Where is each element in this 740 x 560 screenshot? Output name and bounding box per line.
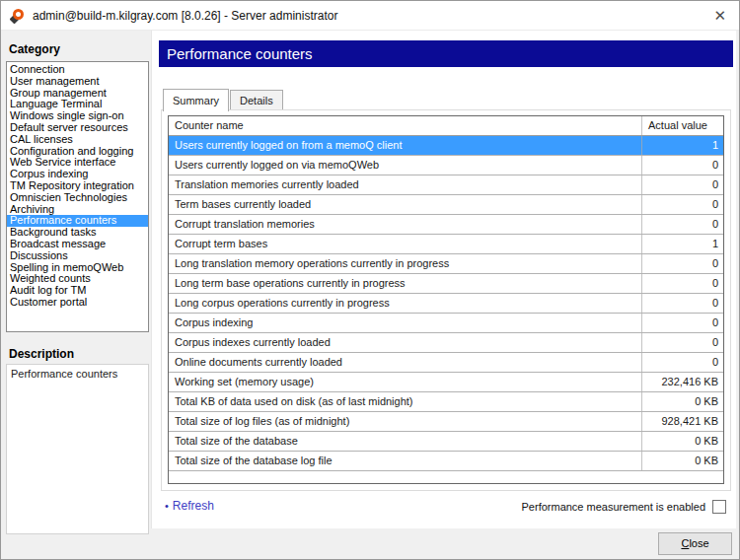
refresh-bullet-icon: • xyxy=(165,500,169,512)
category-item[interactable]: TM Repository integration xyxy=(7,180,148,192)
actual-value-cell: 0 KB xyxy=(641,432,723,451)
category-list[interactable]: ConnectionUser managementGroup managemen… xyxy=(6,61,149,332)
actual-value-cell: 0 KB xyxy=(641,392,723,411)
table-row[interactable]: Total size of the database log file0 KB xyxy=(169,452,723,471)
actual-value-cell: 1 xyxy=(641,136,723,155)
category-label: Category xyxy=(9,42,60,56)
category-item[interactable]: Customer portal xyxy=(7,297,148,309)
actual-value-cell: 0 xyxy=(641,175,723,194)
title-bar: admin@build-m.kilgray.com [8.0.26] - Ser… xyxy=(1,1,739,31)
table-row[interactable]: Corpus indexing0 xyxy=(169,314,723,333)
description-label: Description xyxy=(9,347,74,361)
counter-name-cell: Long corpus operations currently in prog… xyxy=(169,294,641,313)
memoq-icon-ring xyxy=(13,9,24,20)
actual-value-cell: 0 xyxy=(641,254,723,273)
performance-measurement-row: Performance measurement is enabled xyxy=(522,500,726,515)
category-item[interactable]: CAL licenses xyxy=(7,134,148,146)
table-row[interactable]: Total size of log files (as of midnight)… xyxy=(169,412,723,432)
counter-name-cell: Translation memories currently loaded xyxy=(169,175,641,194)
counter-name-cell: Total size of log files (as of midnight) xyxy=(169,412,641,431)
description-box: Performance counters xyxy=(6,364,149,534)
table-row[interactable]: Translation memories currently loaded0 xyxy=(169,175,723,195)
actual-value-cell: 0 xyxy=(641,333,723,352)
counter-name-cell: Long term base operations currently in p… xyxy=(169,274,641,293)
actual-value-cell: 0 xyxy=(641,195,723,214)
table-row[interactable]: Users currently logged on from a memoQ c… xyxy=(169,136,723,156)
category-item[interactable]: Omniscien Technologies xyxy=(7,192,148,204)
actual-value-cell: 0 xyxy=(641,215,723,234)
column-header-counter-name[interactable]: Counter name xyxy=(169,116,641,135)
performance-measurement-checkbox[interactable] xyxy=(712,500,726,514)
description-text: Performance counters xyxy=(11,368,144,380)
window-close-icon[interactable]: ✕ xyxy=(713,1,726,31)
table-row[interactable]: Users currently logged on via memoQWeb0 xyxy=(169,156,723,175)
counters-table: Counter name Actual value Users currentl… xyxy=(168,115,724,484)
table-row[interactable]: Long translation memory operations curre… xyxy=(169,254,723,274)
refresh-link[interactable]: •Refresh xyxy=(165,499,214,513)
table-empty-space xyxy=(169,471,723,483)
actual-value-cell: 1 xyxy=(641,235,723,253)
actual-value-cell: 0 KB xyxy=(641,452,723,470)
table-header-row: Counter name Actual value xyxy=(169,116,723,136)
table-row[interactable]: Corpus indexes currently loaded0 xyxy=(169,333,723,353)
counter-name-cell: Users currently logged on from a memoQ c… xyxy=(169,136,641,155)
counter-name-cell: Online documents currently loaded xyxy=(169,353,641,372)
category-item[interactable]: Default server resources xyxy=(7,122,148,134)
table-row[interactable]: Long term base operations currently in p… xyxy=(169,274,723,294)
page-title: Performance counters xyxy=(159,40,733,67)
server-administrator-window: admin@build-m.kilgray.com [8.0.26] - Ser… xyxy=(0,0,740,560)
table-row[interactable]: Online documents currently loaded0 xyxy=(169,353,723,373)
column-header-actual-value[interactable]: Actual value xyxy=(641,116,723,135)
category-item[interactable]: User management xyxy=(7,76,148,88)
actual-value-cell: 0 xyxy=(641,314,723,332)
table-row[interactable]: Corrupt term bases1 xyxy=(169,235,723,254)
tab-details[interactable]: Details xyxy=(230,90,283,111)
counter-name-cell: Working set (memory usage) xyxy=(169,373,641,391)
actual-value-cell: 0 xyxy=(641,274,723,293)
table-row[interactable]: Long corpus operations currently in prog… xyxy=(169,294,723,314)
window-title: admin@build-m.kilgray.com [8.0.26] - Ser… xyxy=(33,1,337,31)
actual-value-cell: 928,421 KB xyxy=(641,412,723,431)
tab-strip: SummaryDetails xyxy=(163,89,284,110)
performance-measurement-label: Performance measurement is enabled xyxy=(522,501,705,513)
table-row[interactable]: Working set (memory usage)232,416 KB xyxy=(169,373,723,392)
actual-value-cell: 0 xyxy=(641,353,723,372)
counter-name-cell: Corrupt term bases xyxy=(169,235,641,253)
counter-name-cell: Corpus indexing xyxy=(169,314,641,332)
summary-tab-page: Counter name Actual value Users currentl… xyxy=(161,109,731,491)
counter-name-cell: Total size of the database log file xyxy=(169,452,641,470)
actual-value-cell: 0 xyxy=(641,294,723,313)
refresh-label: Refresh xyxy=(173,499,214,513)
actual-value-cell: 232,416 KB xyxy=(641,373,723,391)
counter-name-cell: Long translation memory operations curre… xyxy=(169,254,641,273)
counter-name-cell: Total KB of data used on disk (as of las… xyxy=(169,392,641,411)
table-row[interactable]: Term bases currently loaded0 xyxy=(169,195,723,215)
tab-summary[interactable]: Summary xyxy=(163,89,229,111)
counter-name-cell: Users currently logged on via memoQWeb xyxy=(169,156,641,175)
counter-name-cell: Total size of the database xyxy=(169,432,641,451)
counter-name-cell: Corrupt translation memories xyxy=(169,215,641,234)
close-button[interactable]: Close xyxy=(658,532,732,555)
actual-value-cell: 0 xyxy=(641,156,723,175)
memoq-app-icon xyxy=(10,8,26,24)
counter-name-cell: Corpus indexes currently loaded xyxy=(169,333,641,352)
category-item[interactable]: Broadcast message xyxy=(7,239,148,250)
counter-name-cell: Term bases currently loaded xyxy=(169,195,641,214)
category-item[interactable]: Discussions xyxy=(7,250,148,262)
table-row[interactable]: Total KB of data used on disk (as of las… xyxy=(169,392,723,412)
table-row[interactable]: Total size of the database0 KB xyxy=(169,432,723,452)
table-row[interactable]: Corrupt translation memories0 xyxy=(169,215,723,235)
